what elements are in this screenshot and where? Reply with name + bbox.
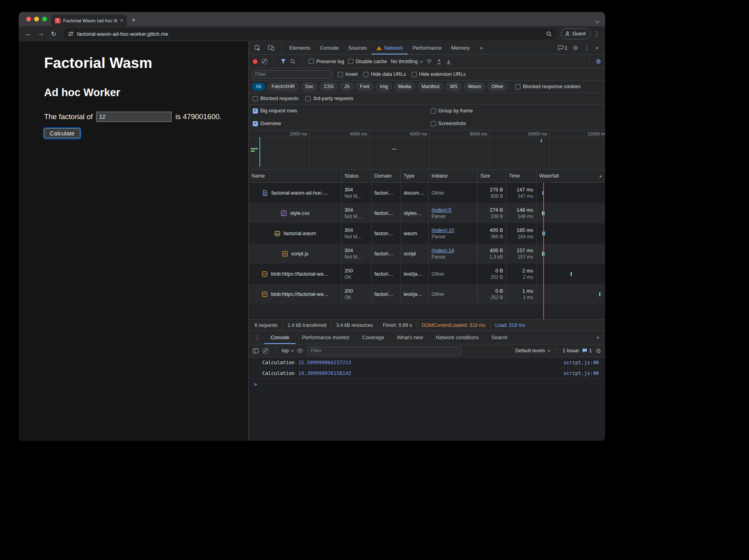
close-window-button[interactable] xyxy=(26,17,31,21)
devtools-tab-network[interactable]: Network xyxy=(372,41,408,54)
search-icon[interactable] xyxy=(290,59,296,64)
column-header-time[interactable]: Time xyxy=(506,170,536,182)
import-har-icon[interactable] xyxy=(436,59,442,64)
source-location-link[interactable]: script.js:40 xyxy=(563,360,599,365)
new-tab-button[interactable]: + xyxy=(132,15,136,26)
drawer-tab-performance-monitor[interactable]: Performance monitor xyxy=(296,331,356,344)
eye-icon[interactable] xyxy=(297,348,303,353)
invert-checkbox[interactable]: Invert xyxy=(338,71,358,77)
drawer-tab-console[interactable]: Console xyxy=(264,331,296,344)
resource-filter-chip-fetch-xhr[interactable]: Fetch/XHR xyxy=(267,83,299,91)
network-request-row[interactable]: script.js 304Not M… factori… script (ind… xyxy=(249,243,605,264)
column-header-type[interactable]: Type xyxy=(401,170,429,182)
settings-gear-icon[interactable]: ⚙ xyxy=(573,45,578,51)
network-request-row[interactable]: blob:https://factorial-wa… 200OK factori… xyxy=(249,264,605,284)
export-har-icon[interactable] xyxy=(446,59,451,64)
calculate-button[interactable]: Calculate xyxy=(44,128,80,138)
column-header-domain[interactable]: Domain xyxy=(372,170,401,182)
drawer-tab-what-s-new[interactable]: What's new xyxy=(391,331,430,344)
console-prompt[interactable]: > xyxy=(249,379,605,389)
overview-checkbox[interactable]: Overview xyxy=(253,121,431,126)
console-sidebar-icon[interactable] xyxy=(253,348,259,353)
column-header-name[interactable]: Name xyxy=(249,170,342,182)
big-request-rows-checkbox[interactable]: Big request rows xyxy=(253,108,431,114)
drawer-menu-icon[interactable]: ⋮ xyxy=(251,334,263,340)
console-messages-icon[interactable]: 1 xyxy=(558,45,567,51)
resource-filter-chip-other[interactable]: Other xyxy=(488,83,507,91)
filter-funnel-icon[interactable] xyxy=(281,59,286,64)
browser-tab[interactable]: ! Factorial Wasm (ad hoc Work × xyxy=(51,15,127,26)
hide-extension-urls-checkbox[interactable]: Hide extension URLs xyxy=(412,71,466,77)
resource-filter-chip-ws[interactable]: WS xyxy=(446,83,461,91)
initiator-link[interactable]: (index):14 xyxy=(432,247,474,254)
address-bar[interactable]: factorial-wasm-ad-hoc-worker.glitch.me xyxy=(63,28,557,40)
resource-filter-chip-img[interactable]: Img xyxy=(376,83,392,91)
blocked-response-cookies-checkbox[interactable]: Blocked response cookies xyxy=(515,84,581,89)
network-request-row[interactable]: factorial-wasm-ad-hoc-… 304Not M… factor… xyxy=(249,183,605,203)
network-request-row[interactable]: WA factorial.wasm 304Not M… factori… was… xyxy=(249,223,605,243)
resource-filter-chip-doc[interactable]: Doc xyxy=(301,83,317,91)
zoom-window-button[interactable] xyxy=(42,17,47,21)
browser-menu-button[interactable]: ⋮ xyxy=(592,30,601,37)
network-request-row[interactable]: style.css 304Not M… factori… styles… (in… xyxy=(249,203,605,223)
network-request-row[interactable]: blob:https://factorial-wa… 200OK factori… xyxy=(249,284,605,304)
profile-button[interactable]: Guest xyxy=(561,28,591,39)
log-levels-select[interactable]: Default levels xyxy=(515,348,550,353)
devtools-tab-memory[interactable]: Memory xyxy=(446,41,474,54)
disable-cache-checkbox[interactable]: Disable cache xyxy=(348,59,387,64)
source-location-link[interactable]: script.js:40 xyxy=(563,371,599,376)
back-button[interactable]: ← xyxy=(23,28,34,39)
minimize-window-button[interactable] xyxy=(34,17,39,21)
third-party-requests-checkbox[interactable]: 3rd-party requests xyxy=(306,96,353,101)
resource-filter-chip-font[interactable]: Font xyxy=(356,83,374,91)
record-network-log-button[interactable] xyxy=(253,59,257,64)
issues-counter[interactable]: 1 Issue: 1 xyxy=(563,348,592,353)
drawer-tab-search[interactable]: Search xyxy=(485,331,514,344)
hide-data-urls-checkbox[interactable]: Hide data URLs xyxy=(363,71,406,77)
close-devtools-icon[interactable]: × xyxy=(595,45,599,51)
site-settings-icon[interactable] xyxy=(68,31,74,37)
column-header-status[interactable]: Status xyxy=(342,170,372,182)
console-context-select[interactable]: top xyxy=(282,348,293,353)
resource-filter-chip-manifest[interactable]: Manifest xyxy=(418,83,443,91)
network-filter-input[interactable] xyxy=(252,70,332,79)
resource-filter-chip-media[interactable]: Media xyxy=(394,83,415,91)
resource-filter-chip-wasm[interactable]: Wasm xyxy=(464,83,486,91)
initiator-link[interactable]: (index):5 xyxy=(432,207,474,213)
network-settings-gear-icon[interactable]: ⚙ xyxy=(596,58,601,64)
initiator-link[interactable]: (index):10 xyxy=(432,227,474,234)
preserve-log-checkbox[interactable]: Preserve log xyxy=(309,59,344,64)
tab-close-icon[interactable]: × xyxy=(120,18,123,23)
devtools-tab-sources[interactable]: Sources xyxy=(343,41,372,54)
resource-filter-chip-all[interactable]: All xyxy=(252,83,265,91)
resource-filter-chip-css[interactable]: CSS xyxy=(320,83,338,91)
zoom-icon[interactable] xyxy=(546,31,552,37)
devtools-tab-elements[interactable]: Elements xyxy=(285,41,315,54)
clear-network-log-icon[interactable] xyxy=(261,58,267,64)
close-drawer-icon[interactable]: × xyxy=(596,334,603,340)
network-conditions-icon[interactable] xyxy=(426,59,432,64)
devtools-tab-performance[interactable]: Performance xyxy=(408,41,446,54)
blocked-requests-checkbox[interactable]: Blocked requests xyxy=(253,96,298,101)
column-header-initiator[interactable]: Initiator xyxy=(429,170,478,182)
devtools-tab-console[interactable]: Console xyxy=(315,41,343,54)
resource-filter-chip-js[interactable]: JS xyxy=(340,83,354,91)
column-header-waterfall[interactable]: Waterfall▲ xyxy=(536,170,605,182)
console-filter-input[interactable] xyxy=(307,347,461,355)
drawer-tab-network-conditions[interactable]: Network conditions xyxy=(430,331,485,344)
console-settings-gear-icon[interactable]: ⚙ xyxy=(596,348,601,354)
group-by-frame-checkbox[interactable]: Group by frame xyxy=(431,108,601,114)
drawer-tab-coverage[interactable]: Coverage xyxy=(356,331,391,344)
devtools-menu-icon[interactable]: ⋮ xyxy=(584,45,590,51)
more-tabs-button[interactable]: » xyxy=(475,41,488,54)
network-overview-timeline[interactable]: 2000 ms4000 ms6000 ms8000 ms10000 ms1200… xyxy=(249,130,605,170)
throttling-select[interactable]: No throttling xyxy=(391,59,422,64)
inspect-element-icon[interactable] xyxy=(251,45,264,51)
column-header-size[interactable]: Size xyxy=(478,170,506,182)
screenshots-checkbox[interactable]: Screenshots xyxy=(431,121,601,126)
clear-console-icon[interactable] xyxy=(263,348,269,354)
tab-search-button[interactable] xyxy=(596,17,599,24)
forward-button[interactable]: → xyxy=(35,28,46,39)
reload-button[interactable]: ↻ xyxy=(48,28,59,39)
factorial-input[interactable] xyxy=(96,112,172,122)
